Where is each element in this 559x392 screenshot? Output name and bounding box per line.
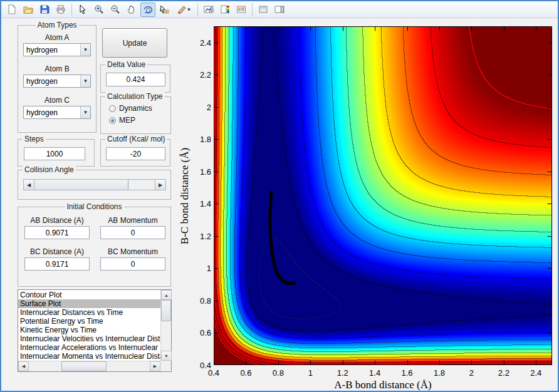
pan-button[interactable] [124, 3, 139, 17]
update-button[interactable]: Update [102, 28, 167, 58]
initial-conditions-title: Initial Conditions [65, 202, 123, 211]
potential-energy-surface-plot[interactable] [214, 26, 552, 365]
bc-momentum-input[interactable] [100, 257, 165, 271]
print-figure-icon [56, 4, 66, 14]
print-figure-button[interactable] [53, 3, 68, 17]
plot-list-item[interactable]: Internuclear Distances vs Time [18, 308, 160, 317]
show-plot-tools-icon [274, 4, 285, 14]
steps-input[interactable] [24, 147, 85, 160]
scroll-down-icon[interactable]: ▼ [161, 351, 172, 361]
link-plot-button[interactable] [201, 3, 216, 17]
collision-angle-panel: Collision Angle ◀ ▶ [18, 170, 171, 200]
show-plot-tools-button[interactable] [272, 3, 287, 17]
plot-list-item[interactable]: Contour Plot [18, 291, 160, 299]
atom-a-dropdown-value: hydrogen [24, 44, 80, 56]
plot-list-item[interactable]: Surface Plot [18, 299, 160, 308]
ab-momentum-input[interactable] [100, 226, 165, 239]
brush-data-button[interactable]: ▾ [173, 3, 194, 17]
plot-type-list: Contour PlotSurface PlotInternuclear Dis… [18, 291, 160, 361]
x-tick-label: 2.2 [498, 368, 509, 378]
y-tick-label: 2.2 [186, 70, 211, 80]
horizontal-scroll-thumb[interactable] [61, 361, 107, 371]
contour-plot-axes: A-B bond distance (Å) B-C bond distance … [214, 26, 552, 365]
scroll-left-icon[interactable]: ◀ [18, 361, 29, 371]
ab-distance-input[interactable] [24, 226, 90, 239]
plot-list-item[interactable]: Internuclear Momenta vs Internuclear Dis… [18, 352, 160, 361]
plot-list-item[interactable]: Internuclear Accelerations vs Internucle… [18, 343, 160, 352]
x-tick-label: 1.2 [337, 368, 348, 378]
save-figure-button[interactable] [37, 3, 52, 17]
toolbar-separator [252, 3, 253, 16]
slider-track[interactable] [34, 180, 155, 190]
x-tick-label: 2 [469, 368, 474, 378]
rotate-3d-icon [143, 4, 153, 14]
dropdown-caret-icon[interactable]: ▾ [187, 6, 191, 13]
rotate-3d-button[interactable] [140, 3, 155, 17]
x-tick-label: 1 [308, 368, 313, 378]
delta-value-title: Delta Value [105, 60, 147, 69]
slider-thumb[interactable] [34, 180, 128, 190]
listbox-vertical-scrollbar[interactable]: ▲ ▼ [160, 290, 171, 361]
mep-radio-label: MEP [119, 116, 135, 125]
zoom-out-button[interactable] [108, 3, 123, 17]
toolbar-separator [71, 3, 72, 16]
dynamics-radio-icon[interactable] [109, 105, 116, 112]
bc-distance-input[interactable] [24, 257, 90, 271]
atom-b-dropdown-value: hydrogen [24, 75, 80, 87]
delta-value-input[interactable] [106, 73, 165, 86]
x-tick-label: 1.6 [402, 368, 413, 378]
insert-legend-button[interactable] [234, 3, 249, 17]
dropdown-arrow-icon[interactable]: ▼ [80, 106, 90, 118]
atom-b-dropdown[interactable]: hydrogen▼ [23, 75, 91, 88]
atom-c-dropdown[interactable]: hydrogen▼ [23, 106, 91, 119]
insert-colorbar-button[interactable] [217, 3, 232, 17]
mep-radio-icon[interactable] [109, 117, 116, 124]
atom-c-label: Atom C [18, 96, 96, 105]
steps-panel: Steps [18, 139, 95, 167]
mep-radio[interactable]: MEP [109, 116, 135, 125]
slider-right-arrow-icon[interactable]: ▶ [155, 180, 165, 190]
insert-colorbar-icon [220, 4, 230, 14]
open-file-button[interactable] [21, 3, 36, 17]
x-tick-label: 1.8 [434, 368, 445, 378]
dynamics-radio[interactable]: Dynamics [109, 104, 152, 113]
hide-plot-tools-button[interactable] [256, 3, 271, 17]
new-figure-icon [7, 4, 17, 14]
scroll-right-icon[interactable]: ▶ [150, 361, 160, 371]
initial-conditions-panel: Initial Conditions AB Distance (A)AB Mom… [18, 207, 171, 287]
vertical-scroll-thumb[interactable] [161, 300, 171, 321]
brush-data-icon [177, 4, 187, 14]
toolbar-separator [197, 3, 198, 16]
cutoff-title: Cutoff (Kcal/ mol) [105, 135, 167, 143]
cutoff-input[interactable] [106, 147, 165, 160]
y-tick-label: 0.4 [186, 361, 211, 370]
y-tick-label: 1 [186, 264, 211, 273]
bc-distance-label: BC Distance (A) [24, 247, 90, 256]
atom-a-dropdown[interactable]: hydrogen▼ [23, 43, 91, 56]
scroll-up-icon[interactable]: ▲ [161, 290, 172, 300]
data-cursor-button[interactable] [157, 3, 172, 17]
plot-list-item[interactable]: Internuclear Velocities vs Internuclear … [18, 334, 160, 343]
steps-title: Steps [23, 135, 46, 143]
x-tick-label: 0.8 [273, 368, 284, 378]
open-file-icon [23, 4, 33, 14]
slider-left-arrow-icon[interactable]: ◀ [24, 180, 34, 190]
new-figure-button[interactable] [4, 3, 19, 17]
collision-angle-title: Collision Angle [23, 165, 76, 174]
dynamics-radio-label: Dynamics [119, 104, 152, 113]
dropdown-arrow-icon[interactable]: ▼ [80, 75, 90, 87]
link-plot-icon [204, 4, 214, 14]
plot-list-item[interactable]: Kinetic Energy vs Time [18, 326, 160, 334]
x-axis-label: A-B bond distance (Å) [214, 379, 552, 391]
bc-momentum-label: BC Momentum [100, 247, 165, 256]
listbox-horizontal-scrollbar[interactable]: ◀ ▶ [18, 361, 160, 371]
zoom-out-icon [110, 4, 120, 14]
plot-list-item[interactable]: Potential Energy vs Time [18, 317, 160, 326]
data-cursor-icon [159, 4, 169, 14]
y-axis-label: B-C bond distance (Å) [179, 147, 191, 244]
dropdown-arrow-icon[interactable]: ▼ [80, 44, 90, 56]
zoom-in-button[interactable] [91, 3, 107, 17]
collision-angle-slider[interactable]: ◀ ▶ [23, 179, 166, 190]
zoom-in-icon [94, 4, 104, 14]
edit-plot-button[interactable] [75, 3, 90, 17]
